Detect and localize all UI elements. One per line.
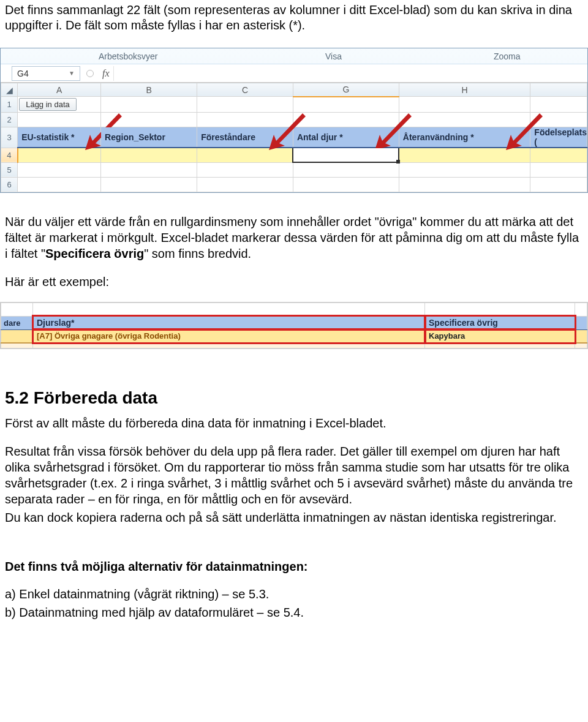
excel-screenshot-2: dare Djurslag* Specificera övrig [A7] Öv… xyxy=(0,302,588,349)
option-a: a) Enkel datainmatning (vågrät riktning)… xyxy=(5,585,583,603)
field-fodelseplats[interactable]: Födelseplats ( xyxy=(530,127,587,148)
ribbon-group-workbook-views: Arbetsboksvyer xyxy=(99,51,157,61)
row-header-6[interactable]: 6 xyxy=(1,177,18,192)
section-paragraph-2: Resultat från vissa försök behöver du de… xyxy=(0,443,588,507)
ribbon-group-show: Visa xyxy=(325,51,342,61)
field-dare-partial: dare xyxy=(1,316,33,329)
circle-icon xyxy=(86,70,94,77)
ribbon-group-zoom: Zooma xyxy=(494,51,521,61)
section-title: Förbereda data xyxy=(34,388,157,407)
section-paragraph-3: Du kan dock kopiera raderna och på så sä… xyxy=(0,510,588,525)
selected-cell-g4[interactable] xyxy=(293,148,399,162)
excel-screenshot-1: Arbetsboksvyer Visa Zooma G4 ▼ fx ◢ A B … xyxy=(0,48,588,193)
col-header-partial[interactable] xyxy=(530,83,587,97)
section-number: 5.2 xyxy=(5,388,29,407)
mid-paragraph-2: Här är ett exempel: xyxy=(0,274,588,290)
insert-data-button[interactable]: Lägg in data xyxy=(19,98,77,111)
formula-bar-row: G4 ▼ fx xyxy=(1,64,587,83)
fx-icon[interactable]: fx xyxy=(102,68,110,79)
column-headers-row: ◢ A B C G H xyxy=(1,83,587,97)
col-header-g[interactable]: G xyxy=(293,83,399,97)
row-header-4[interactable]: 4 xyxy=(1,148,18,162)
field-specificera-ovrig[interactable]: Specificera övrig xyxy=(425,316,575,329)
spreadsheet-grid: ◢ A B C G H 1 Lägg in data 2 3 EU-st xyxy=(1,83,587,192)
name-box-value: G4 xyxy=(17,69,29,78)
red-arrow-icon xyxy=(269,110,312,153)
red-arrow-icon xyxy=(375,110,418,153)
row-6: 6 xyxy=(1,177,587,192)
svg-marker-3 xyxy=(506,113,543,150)
svg-marker-2 xyxy=(375,113,412,150)
example-value-row: [A7] Övriga gnagare (övriga Rodentia) Ka… xyxy=(1,329,587,343)
select-all-corner[interactable]: ◢ xyxy=(1,83,18,97)
formula-icons: fx xyxy=(86,68,110,79)
field-djurslag[interactable]: Djurslag* xyxy=(33,316,425,329)
value-specificera-ovrig[interactable]: Kapybara xyxy=(425,329,575,343)
svg-marker-1 xyxy=(269,113,306,150)
option-b: b) Datainmatning med hjälp av dataformul… xyxy=(5,603,583,622)
chevron-down-icon: ▼ xyxy=(69,70,75,77)
field-region-sektor[interactable]: Region_Sektor xyxy=(101,127,197,148)
row-5: 5 xyxy=(1,162,587,177)
example-header-row: dare Djurslag* Specificera övrig xyxy=(1,316,587,329)
name-box[interactable]: G4 ▼ xyxy=(12,66,80,81)
section-subheading: Det finns två möjliga alternativ för dat… xyxy=(0,560,588,574)
option-list: a) Enkel datainmatning (vågrät riktning)… xyxy=(0,585,588,622)
row-header-3[interactable]: 3 xyxy=(1,127,18,148)
row-header-2[interactable]: 2 xyxy=(1,113,18,127)
section-heading: 5.2 Förbereda data xyxy=(5,388,588,408)
col-header-a[interactable]: A xyxy=(18,83,101,97)
section-paragraph-1: Först av allt måste du förbereda dina da… xyxy=(0,415,588,431)
value-djurslag[interactable]: [A7] Övriga gnagare (övriga Rodentia) xyxy=(33,329,425,343)
field-eu-statistik[interactable]: EU-statistik * xyxy=(18,127,101,148)
fill-handle-icon[interactable] xyxy=(396,160,400,164)
row-3-headers: 3 EU-statistik * Region_Sektor Förestånd… xyxy=(1,127,587,148)
row-header-5[interactable]: 5 xyxy=(1,162,18,177)
formula-bar[interactable] xyxy=(113,66,587,81)
col-header-h[interactable]: H xyxy=(399,83,530,97)
mid-paragraph-1: När du väljer ett värde från en rullgard… xyxy=(0,214,588,261)
col-header-b[interactable]: B xyxy=(101,83,197,97)
col-header-c[interactable]: C xyxy=(197,83,293,97)
red-arrow-icon xyxy=(506,110,549,153)
intro-paragraph: Det finns sammanlagt 22 fält (som repres… xyxy=(0,0,588,43)
row-header-1[interactable]: 1 xyxy=(1,97,18,113)
ribbon: Arbetsboksvyer Visa Zooma xyxy=(1,48,587,64)
intro-text: Det finns sammanlagt 22 fält (som repres… xyxy=(5,2,583,33)
